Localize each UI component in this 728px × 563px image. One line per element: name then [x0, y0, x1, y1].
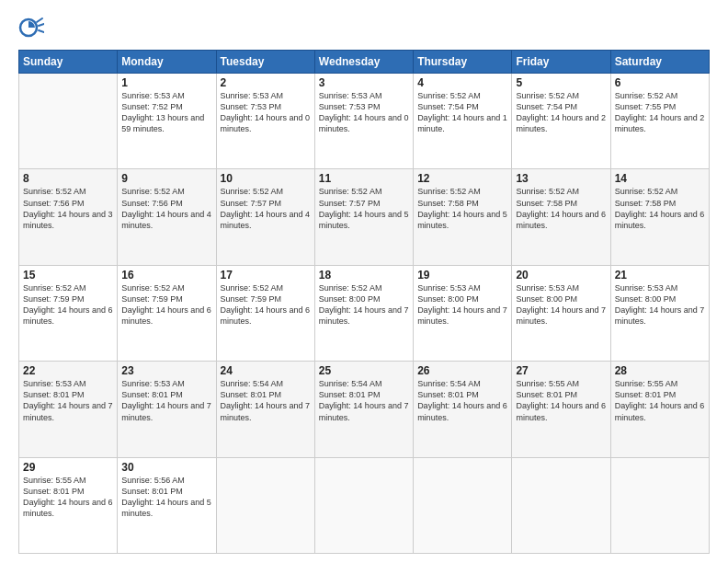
day-info: Sunrise: 5:55 AMSunset: 8:01 PMDaylight:… — [615, 379, 705, 421]
weekday-header-friday: Friday — [512, 51, 610, 74]
day-info: Sunrise: 5:56 AMSunset: 8:01 PMDaylight:… — [121, 476, 211, 518]
calendar-cell: 4 Sunrise: 5:52 AMSunset: 7:54 PMDayligh… — [414, 74, 512, 169]
day-number: 29 — [23, 461, 113, 474]
week-row-3: 15 Sunrise: 5:52 AMSunset: 7:59 PMDaylig… — [19, 265, 710, 361]
weekday-header-tuesday: Tuesday — [216, 51, 314, 74]
calendar-cell: 22 Sunrise: 5:53 AMSunset: 8:01 PMDaylig… — [19, 362, 118, 457]
day-info: Sunrise: 5:52 AMSunset: 7:56 PMDaylight:… — [23, 187, 113, 229]
calendar-cell: 26 Sunrise: 5:54 AMSunset: 8:01 PMDaylig… — [414, 362, 512, 457]
day-number: 19 — [417, 269, 507, 282]
day-info: Sunrise: 5:55 AMSunset: 8:01 PMDaylight:… — [516, 379, 606, 421]
calendar-cell: 5 Sunrise: 5:52 AMSunset: 7:54 PMDayligh… — [512, 74, 610, 169]
day-number: 9 — [121, 172, 211, 185]
day-number: 4 — [417, 76, 507, 89]
calendar-cell: 2 Sunrise: 5:53 AMSunset: 7:53 PMDayligh… — [216, 74, 314, 169]
day-info: Sunrise: 5:52 AMSunset: 7:54 PMDaylight:… — [417, 91, 507, 133]
calendar-cell: 20 Sunrise: 5:53 AMSunset: 8:00 PMDaylig… — [512, 265, 610, 361]
calendar-cell: 28 Sunrise: 5:55 AMSunset: 8:01 PMDaylig… — [610, 362, 709, 457]
day-number: 24 — [221, 364, 311, 377]
weekday-row: SundayMondayTuesdayWednesdayThursdayFrid… — [19, 51, 710, 74]
calendar-cell: 9 Sunrise: 5:52 AMSunset: 7:56 PMDayligh… — [118, 169, 216, 265]
calendar-cell: 24 Sunrise: 5:54 AMSunset: 8:01 PMDaylig… — [216, 362, 314, 457]
day-number: 8 — [23, 172, 113, 185]
day-info: Sunrise: 5:53 AMSunset: 8:01 PMDaylight:… — [23, 379, 113, 421]
calendar-cell: 13 Sunrise: 5:52 AMSunset: 7:58 PMDaylig… — [512, 169, 610, 265]
calendar-cell — [19, 74, 118, 169]
day-info: Sunrise: 5:55 AMSunset: 8:01 PMDaylight:… — [23, 476, 113, 518]
day-number: 14 — [615, 172, 705, 185]
day-info: Sunrise: 5:52 AMSunset: 7:55 PMDaylight:… — [615, 91, 705, 133]
day-info: Sunrise: 5:52 AMSunset: 7:58 PMDaylight:… — [516, 187, 606, 229]
day-info: Sunrise: 5:52 AMSunset: 8:00 PMDaylight:… — [319, 283, 409, 326]
calendar-body: 1 Sunrise: 5:53 AMSunset: 7:52 PMDayligh… — [19, 74, 710, 554]
day-info: Sunrise: 5:53 AMSunset: 7:53 PMDaylight:… — [221, 91, 311, 133]
logo — [18, 15, 48, 40]
weekday-header-saturday: Saturday — [610, 51, 709, 74]
calendar-cell: 18 Sunrise: 5:52 AMSunset: 8:00 PMDaylig… — [314, 265, 413, 361]
calendar-cell: 25 Sunrise: 5:54 AMSunset: 8:01 PMDaylig… — [314, 362, 413, 457]
day-number: 22 — [23, 364, 113, 377]
day-number: 26 — [417, 364, 507, 377]
day-info: Sunrise: 5:52 AMSunset: 7:59 PMDaylight:… — [23, 283, 113, 326]
calendar-cell: 6 Sunrise: 5:52 AMSunset: 7:55 PMDayligh… — [610, 74, 709, 169]
page: SundayMondayTuesdayWednesdayThursdayFrid… — [0, 0, 728, 563]
day-info: Sunrise: 5:54 AMSunset: 8:01 PMDaylight:… — [417, 379, 507, 421]
header — [18, 15, 710, 40]
day-number: 13 — [516, 172, 606, 185]
week-row-5: 29 Sunrise: 5:55 AMSunset: 8:01 PMDaylig… — [19, 457, 710, 553]
day-number: 10 — [221, 172, 311, 185]
day-info: Sunrise: 5:53 AMSunset: 8:00 PMDaylight:… — [516, 283, 606, 326]
week-row-1: 1 Sunrise: 5:53 AMSunset: 7:52 PMDayligh… — [19, 74, 710, 169]
calendar-cell: 1 Sunrise: 5:53 AMSunset: 7:52 PMDayligh… — [118, 74, 216, 169]
calendar-table: SundayMondayTuesdayWednesdayThursdayFrid… — [18, 50, 710, 554]
day-number: 15 — [23, 269, 113, 282]
day-info: Sunrise: 5:53 AMSunset: 8:00 PMDaylight:… — [417, 283, 507, 326]
day-number: 5 — [516, 76, 606, 89]
calendar-header: SundayMondayTuesdayWednesdayThursdayFrid… — [19, 51, 710, 74]
day-number: 11 — [319, 172, 409, 185]
calendar-cell: 16 Sunrise: 5:52 AMSunset: 7:59 PMDaylig… — [118, 265, 216, 361]
calendar-cell: 15 Sunrise: 5:52 AMSunset: 7:59 PMDaylig… — [19, 265, 118, 361]
weekday-header-sunday: Sunday — [19, 51, 118, 74]
weekday-header-monday: Monday — [118, 51, 216, 74]
logo-icon — [18, 15, 44, 40]
day-number: 28 — [615, 364, 705, 377]
calendar-cell: 27 Sunrise: 5:55 AMSunset: 8:01 PMDaylig… — [512, 362, 610, 457]
day-number: 2 — [221, 76, 311, 89]
weekday-header-thursday: Thursday — [414, 51, 512, 74]
day-number: 21 — [615, 269, 705, 282]
calendar-cell: 14 Sunrise: 5:52 AMSunset: 7:58 PMDaylig… — [610, 169, 709, 265]
day-info: Sunrise: 5:53 AMSunset: 7:53 PMDaylight:… — [319, 91, 409, 133]
calendar-cell: 17 Sunrise: 5:52 AMSunset: 7:59 PMDaylig… — [216, 265, 314, 361]
day-number: 20 — [516, 269, 606, 282]
day-info: Sunrise: 5:52 AMSunset: 7:54 PMDaylight:… — [516, 91, 606, 133]
day-number: 25 — [319, 364, 409, 377]
day-info: Sunrise: 5:52 AMSunset: 7:59 PMDaylight:… — [221, 283, 311, 326]
day-info: Sunrise: 5:53 AMSunset: 7:52 PMDaylight:… — [121, 91, 204, 133]
day-number: 30 — [121, 461, 211, 474]
day-info: Sunrise: 5:52 AMSunset: 7:57 PMDaylight:… — [319, 187, 409, 229]
week-row-2: 8 Sunrise: 5:52 AMSunset: 7:56 PMDayligh… — [19, 169, 710, 265]
day-info: Sunrise: 5:52 AMSunset: 7:58 PMDaylight:… — [615, 187, 705, 229]
calendar-cell: 10 Sunrise: 5:52 AMSunset: 7:57 PMDaylig… — [216, 169, 314, 265]
calendar-cell: 12 Sunrise: 5:52 AMSunset: 7:58 PMDaylig… — [414, 169, 512, 265]
week-row-4: 22 Sunrise: 5:53 AMSunset: 8:01 PMDaylig… — [19, 362, 710, 457]
calendar-cell — [512, 457, 610, 553]
day-info: Sunrise: 5:52 AMSunset: 7:58 PMDaylight:… — [417, 187, 507, 229]
calendar-cell: 21 Sunrise: 5:53 AMSunset: 8:00 PMDaylig… — [610, 265, 709, 361]
calendar-cell — [314, 457, 413, 553]
calendar-cell: 8 Sunrise: 5:52 AMSunset: 7:56 PMDayligh… — [19, 169, 118, 265]
day-number: 17 — [221, 269, 311, 282]
calendar-cell — [610, 457, 709, 553]
calendar-cell: 19 Sunrise: 5:53 AMSunset: 8:00 PMDaylig… — [414, 265, 512, 361]
calendar-cell: 11 Sunrise: 5:52 AMSunset: 7:57 PMDaylig… — [314, 169, 413, 265]
day-info: Sunrise: 5:53 AMSunset: 8:01 PMDaylight:… — [121, 379, 211, 421]
day-info: Sunrise: 5:52 AMSunset: 7:56 PMDaylight:… — [121, 187, 211, 229]
day-number: 27 — [516, 364, 606, 377]
day-info: Sunrise: 5:52 AMSunset: 7:57 PMDaylight:… — [221, 187, 311, 229]
day-info: Sunrise: 5:52 AMSunset: 7:59 PMDaylight:… — [121, 283, 211, 326]
day-number: 12 — [417, 172, 507, 185]
calendar-cell — [216, 457, 314, 553]
day-number: 16 — [121, 269, 211, 282]
day-number: 1 — [121, 76, 211, 89]
